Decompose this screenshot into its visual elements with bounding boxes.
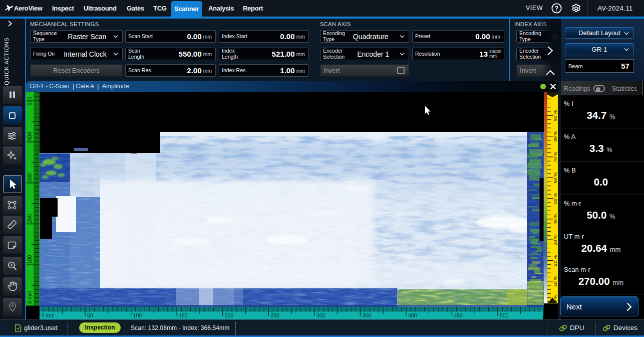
svg-text:?: ?: [555, 5, 558, 12]
svg-text:200: 200: [27, 214, 33, 223]
svg-text:60 %: 60 %: [552, 172, 558, 183]
svg-text:80 %: 80 %: [552, 130, 558, 141]
svg-text:200: 200: [225, 312, 234, 318]
svg-text:250: 250: [270, 312, 279, 318]
svg-text:30 %: 30 %: [552, 234, 558, 245]
svg-text:400: 400: [408, 312, 417, 318]
svg-text:20 %: 20 %: [552, 255, 558, 266]
svg-text:100: 100: [27, 255, 33, 264]
svg-text:10 %: 10 %: [552, 275, 558, 286]
svg-text:150: 150: [179, 312, 188, 318]
svg-text:400: 400: [27, 132, 33, 141]
svg-text:350: 350: [362, 312, 371, 318]
svg-text:0 mm: 0 mm: [27, 290, 33, 304]
svg-text:90 %: 90 %: [552, 110, 558, 121]
svg-text:500: 500: [500, 312, 509, 318]
svg-text:100: 100: [133, 312, 142, 318]
svg-text:500: 500: [27, 97, 33, 106]
svg-text:300: 300: [27, 173, 33, 182]
svg-text:70 %: 70 %: [552, 151, 558, 162]
svg-text:300: 300: [316, 312, 326, 318]
svg-text:50 %: 50 %: [552, 193, 558, 204]
svg-text:0 mm: 0 mm: [42, 312, 55, 318]
svg-text:450: 450: [454, 312, 463, 318]
svg-text:50: 50: [87, 312, 93, 318]
svg-text:40 %: 40 %: [552, 214, 558, 225]
